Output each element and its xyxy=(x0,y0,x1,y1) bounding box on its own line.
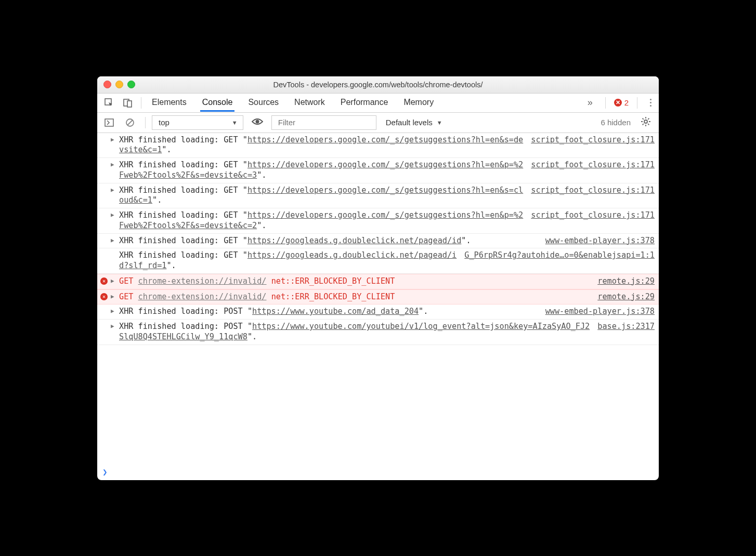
kebab-menu-icon[interactable] xyxy=(646,97,656,109)
log-source-link[interactable]: base.js:2317 xyxy=(592,322,655,342)
clear-console-icon[interactable] xyxy=(121,116,139,129)
log-row[interactable]: ✕▶GET chrome-extension://invalid/ net::E… xyxy=(97,289,659,305)
log-source-link[interactable]: G_P6rpRSr4g?autohide…o=0&enablejsapi=1:1 xyxy=(459,250,655,271)
svg-line-13 xyxy=(648,124,649,125)
log-row[interactable]: ▶XHR finished loading: GET "https://deve… xyxy=(97,183,659,209)
live-expression-icon[interactable] xyxy=(246,115,268,129)
tab-console[interactable]: Console xyxy=(200,94,235,112)
disclosure-triangle-icon[interactable]: ▶ xyxy=(111,323,114,330)
log-message: XHR finished loading: GET "https://devel… xyxy=(112,135,526,156)
console-log-list[interactable]: ▶XHR finished loading: GET "https://deve… xyxy=(97,133,659,464)
log-source-link[interactable]: www-embed-player.js:378 xyxy=(540,307,655,317)
log-message: XHR finished loading: GET "https://devel… xyxy=(112,186,526,206)
disclosure-triangle-icon[interactable]: ▶ xyxy=(111,161,114,168)
device-toggle-icon[interactable] xyxy=(119,96,137,110)
chevron-down-icon: ▼ xyxy=(232,120,238,126)
hidden-count[interactable]: 6 hidden xyxy=(601,118,633,127)
inspect-icon[interactable] xyxy=(100,96,118,110)
console-prompt[interactable]: ❯ xyxy=(97,464,659,480)
log-row[interactable]: ▶XHR finished loading: POST "https://www… xyxy=(97,305,659,320)
panel-tabs: Elements Console Sources Network Perform… xyxy=(150,94,436,111)
log-row[interactable]: ▶XHR finished loading: GET "https://goog… xyxy=(97,234,659,249)
log-source-link[interactable]: script_foot_closure.js:171 xyxy=(526,186,655,206)
tabbar-right: » ✕ 2 xyxy=(583,95,656,110)
log-row[interactable]: ▶XHR finished loading: GET "https://deve… xyxy=(97,208,659,234)
tab-performance[interactable]: Performance xyxy=(338,94,390,111)
separator xyxy=(605,97,606,109)
gear-icon[interactable] xyxy=(636,115,656,130)
filter-input[interactable] xyxy=(271,115,376,130)
disclosure-triangle-icon[interactable]: ▶ xyxy=(111,237,114,244)
tab-elements[interactable]: Elements xyxy=(150,94,189,111)
traffic-lights xyxy=(97,81,135,88)
context-label: top xyxy=(159,118,170,127)
svg-line-15 xyxy=(648,118,649,120)
devtools-window: DevTools - developers.google.com/web/too… xyxy=(97,76,659,480)
log-source-link[interactable]: script_foot_closure.js:171 xyxy=(526,135,655,156)
log-message: GET chrome-extension://invalid/ net::ERR… xyxy=(112,292,592,302)
error-badge[interactable]: ✕ 2 xyxy=(614,98,629,107)
console-toolbar: top ▼ Default levels ▼ 6 hidden xyxy=(97,113,659,133)
log-row[interactable]: ▶XHR finished loading: GET "https://deve… xyxy=(97,158,659,183)
titlebar: DevTools - developers.google.com/web/too… xyxy=(97,76,659,94)
log-source-link[interactable]: script_foot_closure.js:171 xyxy=(526,160,655,181)
tab-memory[interactable]: Memory xyxy=(401,94,436,111)
svg-line-12 xyxy=(643,118,644,120)
log-message: XHR finished loading: POST "https://www.… xyxy=(112,307,540,317)
log-source-link[interactable]: remote.js:29 xyxy=(592,292,655,302)
disclosure-triangle-icon[interactable]: ▶ xyxy=(111,187,114,194)
log-message: XHR finished loading: GET "https://googl… xyxy=(112,236,540,246)
svg-point-6 xyxy=(255,120,259,124)
context-selector[interactable]: top ▼ xyxy=(152,115,243,130)
chevron-down-icon: ▼ xyxy=(437,120,442,126)
log-levels-selector[interactable]: Default levels ▼ xyxy=(380,118,449,127)
svg-rect-2 xyxy=(127,101,132,107)
more-tabs-icon[interactable]: » xyxy=(583,95,597,110)
svg-line-14 xyxy=(643,124,644,125)
log-row[interactable]: ▶XHR finished loading: POST "https://www… xyxy=(97,320,659,345)
disclosure-triangle-icon[interactable]: ▶ xyxy=(111,277,114,285)
close-window-button[interactable] xyxy=(103,81,111,88)
separator xyxy=(141,97,141,109)
log-row[interactable]: ✕▶GET chrome-extension://invalid/ net::E… xyxy=(97,274,659,289)
log-message: GET chrome-extension://invalid/ net::ERR… xyxy=(112,276,592,287)
svg-line-5 xyxy=(127,120,133,125)
error-icon: ✕ xyxy=(614,99,622,107)
log-source-link[interactable]: script_foot_closure.js:171 xyxy=(526,210,655,231)
log-message: XHR finished loading: GET "https://googl… xyxy=(112,250,459,271)
minimize-window-button[interactable] xyxy=(115,81,123,88)
log-row[interactable]: ▶XHR finished loading: GET "https://deve… xyxy=(97,133,659,158)
separator xyxy=(145,117,146,128)
levels-label: Default levels xyxy=(386,118,433,127)
window-title: DevTools - developers.google.com/web/too… xyxy=(97,81,659,89)
devtools-tabbar: Elements Console Sources Network Perform… xyxy=(97,94,659,113)
zoom-window-button[interactable] xyxy=(127,81,135,88)
log-message: XHR finished loading: GET "https://devel… xyxy=(112,210,526,231)
svg-point-7 xyxy=(644,120,647,123)
tab-network[interactable]: Network xyxy=(292,94,327,111)
log-message: XHR finished loading: GET "https://devel… xyxy=(112,160,526,181)
disclosure-triangle-icon[interactable]: ▶ xyxy=(111,136,114,143)
disclosure-triangle-icon[interactable]: ▶ xyxy=(111,308,114,315)
log-message: XHR finished loading: POST "https://www.… xyxy=(112,322,592,342)
error-icon: ✕ xyxy=(100,277,108,285)
tab-sources[interactable]: Sources xyxy=(246,94,281,111)
log-source-link[interactable]: remote.js:29 xyxy=(592,276,655,287)
log-row[interactable]: XHR finished loading: GET "https://googl… xyxy=(97,248,659,274)
disclosure-triangle-icon[interactable]: ▶ xyxy=(111,211,114,219)
error-count: 2 xyxy=(624,98,629,107)
disclosure-triangle-icon[interactable]: ▶ xyxy=(111,293,114,300)
error-icon: ✕ xyxy=(100,293,108,300)
filter-field[interactable] xyxy=(277,117,371,127)
log-source-link[interactable]: www-embed-player.js:378 xyxy=(540,236,655,246)
sidebar-toggle-icon[interactable] xyxy=(100,116,118,129)
separator xyxy=(637,97,637,109)
